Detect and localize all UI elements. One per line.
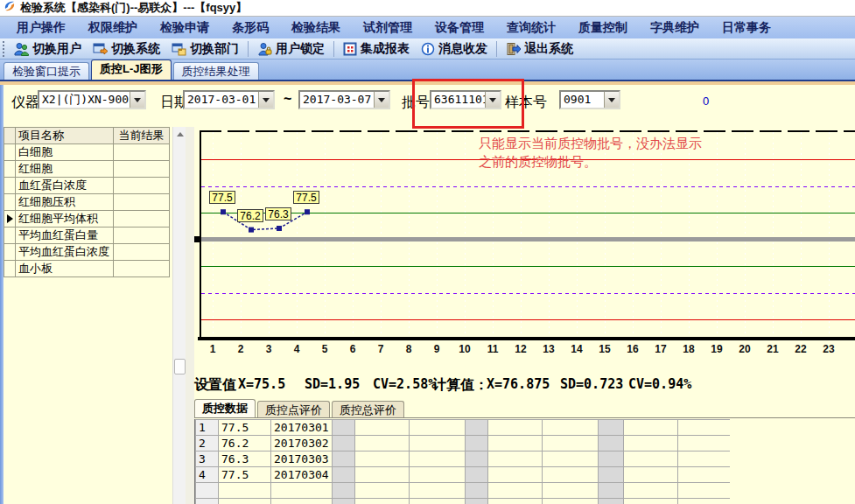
toolbar-button-label: 退出系统 [524,41,573,57]
qc-grid-row[interactable] [196,499,731,504]
qc-grid-cell [677,483,730,499]
item-list-table: 项目名称当前结果白细胞红细胞血红蛋白浓度红细胞压积红细胞平均体积平均血红蛋白量平… [4,127,170,277]
item-name[interactable]: 红细胞平均体积 [16,211,114,228]
item-name[interactable]: 红细胞压积 [16,194,114,211]
instrument-combobox[interactable]: X2|(门)XN-900 [38,90,146,109]
item-name[interactable]: 红细胞 [16,161,114,178]
point-value-label: 77.5 [293,191,319,204]
chevron-down-icon[interactable] [604,92,619,108]
qc-grid-cell [598,483,623,499]
item-row[interactable]: 红细胞压积 [4,194,170,211]
item-name[interactable]: 平均血红蛋白量 [16,228,114,244]
qc-grid-cell [196,483,219,499]
item-row[interactable]: 红细胞 [4,161,170,178]
qc-grid-cell: 77.5 [219,467,271,483]
exit-button[interactable]: 退出系统 [501,40,578,58]
scroll-up-icon[interactable] [174,129,186,140]
item-row[interactable]: 平均血红蛋白浓度 [4,244,170,261]
qc-grid-cell [487,436,542,452]
switch-user-button[interactable]: 切换用户 [10,40,86,58]
sample-combobox[interactable]: 0901 [559,90,620,109]
chevron-down-icon[interactable] [374,92,389,108]
item-result [114,194,170,211]
menu-item-8[interactable]: 质量控制 [567,17,639,38]
tab-qc-data[interactable]: 质控数据 [194,399,256,418]
menu-item-0[interactable]: 用户操作 [5,17,77,38]
item-row[interactable]: 平均血红蛋白量 [4,228,170,244]
batch-highlight-box [412,79,524,129]
date-from-value: 2017-03-01 [185,92,258,108]
qc-grid-cell [332,499,354,504]
item-name[interactable]: 白细胞 [16,144,114,161]
qc-grid-cell [542,436,598,452]
tab-qc-total-review[interactable]: 质控总评价 [332,401,404,418]
menu-item-3[interactable]: 条形码 [221,17,280,38]
qc-grid-cell [465,483,487,499]
qc-grid-row[interactable]: 376.320170303 [196,452,731,467]
menu-item-1[interactable]: 权限维护 [77,17,149,38]
qc-grid-row[interactable]: 276.220170302 [196,436,731,452]
item-name[interactable]: 平均血红蛋白浓度 [16,244,114,261]
qc-grid-cell [219,499,271,504]
window-title: 检验系统【感染科(门)--易联众】---【fqsyy】 [20,0,247,16]
item-name[interactable]: 血红蛋白浓度 [16,178,114,194]
item-row[interactable]: 血小板 [4,261,170,277]
user-lock-button[interactable]: 用户锁定 [253,40,329,58]
row-indicator [4,144,16,161]
qc-grid-cell [623,452,677,467]
toolbar-separator [496,41,497,57]
date-to-value: 2017-03-07 [300,92,374,108]
qc-grid-cell [598,436,623,452]
menu-item-10[interactable]: 日常事务 [711,17,782,38]
col-current-result: 当前结果 [114,128,170,144]
item-row[interactable]: 白细胞 [4,144,170,161]
scrollbar-thumb[interactable] [174,359,186,374]
chevron-down-icon[interactable] [130,92,144,108]
menu-item-4[interactable]: 检验结果 [280,17,352,38]
chevron-down-icon[interactable] [258,92,273,108]
menu-item-6[interactable]: 设备管理 [424,17,495,38]
switch-dept-button[interactable]: 切换部门 [167,40,243,58]
menu-item-2[interactable]: 检验申请 [149,17,221,38]
point-value-label: 76.2 [237,209,263,222]
qc-grid-cell [354,499,409,504]
set-cv: CV=2.58% [373,376,436,392]
item-row[interactable]: 血红蛋白浓度 [4,178,170,194]
qc-grid-row[interactable] [196,483,731,499]
qc-grid-cell [409,420,465,436]
qc-grid-row[interactable]: 477.520170304 [196,467,731,483]
qc-grid-cell [542,499,598,504]
item-name[interactable]: 血小板 [16,261,114,277]
qc-grid-cell [409,467,465,483]
tab-qc-lj-chart[interactable]: 质控L-J图形 [91,60,172,80]
date-to-combobox[interactable]: 2017-03-07 [298,90,390,109]
date-from-combobox[interactable]: 2017-03-01 [183,90,275,109]
row-indicator [4,194,16,211]
menu-item-7[interactable]: 查询统计 [495,17,567,38]
report-button[interactable]: 集成报表 [339,40,414,58]
panel-splitter[interactable] [186,127,194,504]
menu-item-5[interactable]: 试剂管理 [352,17,424,38]
instrument-label: 仪器 [11,94,39,112]
menu-item-9[interactable]: 字典维护 [639,17,711,38]
qc-grid-row[interactable]: 177.520170301 [196,420,731,436]
qc-grid-cell [332,420,354,436]
tab-exam-window-hint[interactable]: 检验窗口提示 [4,62,89,80]
tab-qc-result-process[interactable]: 质控结果处理 [173,62,259,80]
switch-system-button[interactable]: 切换系统 [88,40,165,58]
tab-qc-point-review[interactable]: 质控点评价 [257,401,330,418]
qc-grid-cell [465,436,487,452]
annotation-text-line2: 之前的质控物批号。 [479,154,597,171]
qc-grid-cell [677,467,730,483]
qc-grid-cell: 76.2 [219,436,271,452]
item-row[interactable]: 红细胞平均体积 [4,211,170,228]
qc-grid-cell [598,452,623,467]
toolbar: 切换用户切换系统切换部门用户锁定集成报表消息收发退出系统 [0,38,855,60]
qc-grid-cell [623,436,677,452]
qc-grid-cell: 76.3 [219,452,271,467]
left-scrollbar[interactable] [172,127,186,504]
message-button[interactable]: 消息收发 [417,40,492,58]
qc-grid-cell [677,452,730,467]
qc-grid-cell [332,467,354,483]
item-result [114,228,170,244]
